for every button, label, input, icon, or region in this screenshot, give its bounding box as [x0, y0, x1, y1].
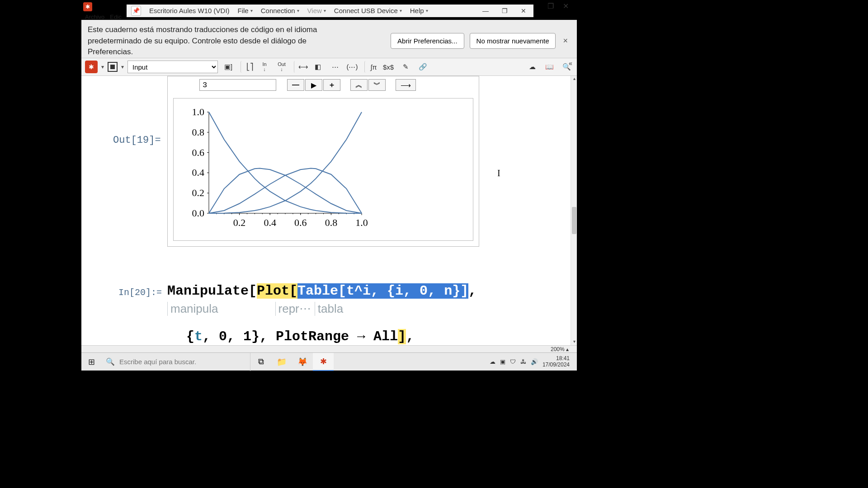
notebook-area: Out[19]= — ▶ ＋ ︽ ︾ ⟶ 0.00.20.40.60.81.00…: [81, 76, 577, 347]
direction-button[interactable]: ⟶: [396, 79, 416, 91]
manipulate-value-input[interactable]: [199, 79, 276, 91]
format-cell-icon[interactable]: ▣]: [222, 61, 235, 73]
vdi-menu-connection[interactable]: Connection▾: [261, 7, 299, 14]
taskbar-search[interactable]: 🔍: [101, 353, 250, 371]
task-view-icon[interactable]: ⧉: [250, 353, 271, 371]
scroll-thumb[interactable]: [572, 207, 576, 234]
text-cursor: I: [497, 168, 500, 178]
vdi-menu-help[interactable]: Help▾: [410, 7, 428, 14]
vdi-menu-file[interactable]: File▾: [238, 7, 253, 14]
file-explorer-icon[interactable]: 📁: [271, 353, 292, 371]
insert-cell-icon[interactable]: ◧: [311, 61, 325, 73]
step-back-button[interactable]: —: [287, 79, 304, 91]
hint-manipula: manipula: [167, 302, 222, 316]
cell-style-select[interactable]: Input: [127, 61, 218, 73]
banner-close-icon[interactable]: ×: [560, 36, 571, 46]
svg-text:1.0: 1.0: [355, 217, 368, 228]
menu-edic[interactable]: Edic: [110, 14, 121, 20]
host-close-icon[interactable]: ✕: [563, 2, 569, 10]
group-cells-icon[interactable]: ⎣⎤: [241, 61, 254, 73]
step-forward-button[interactable]: ＋: [323, 79, 340, 91]
vdi-minimize-icon[interactable]: —: [480, 6, 491, 15]
code-line-2[interactable]: {t, 0, 1}, PlotRange → All],: [186, 329, 414, 344]
svg-text:0.8: 0.8: [192, 127, 205, 138]
notebook-toolbar: ✱ ▾ ▾ Input ▣] ⎣⎤ In↓ Out↓ ⟷ ◧ ⋯ (⋯) ∫π …: [81, 58, 577, 76]
evaluate-button[interactable]: ✱: [85, 61, 98, 73]
abort-dropdown-icon[interactable]: ▾: [121, 64, 124, 70]
collapse-toolbar-icon[interactable]: «: [569, 60, 572, 67]
start-button[interactable]: ⊞: [81, 353, 101, 371]
host-restore-icon[interactable]: ❐: [547, 2, 554, 10]
pin-icon[interactable]: 📌: [131, 6, 141, 16]
menu-archivo[interactable]: Archivo: [85, 14, 104, 20]
mathematica-taskbar-icon[interactable]: ✱: [313, 353, 334, 371]
security-tray-icon[interactable]: 🛡: [510, 358, 516, 365]
cloud-icon[interactable]: ☁: [525, 61, 539, 73]
code-assist-hints: manipula repr⋯ tabla: [167, 302, 347, 316]
vdi-menu-usb[interactable]: Connect USB Device▾: [334, 7, 402, 14]
svg-text:0.0: 0.0: [192, 207, 205, 219]
onedrive-icon[interactable]: ☁: [490, 358, 495, 365]
scroll-down-icon[interactable]: ▾: [571, 339, 577, 345]
vdi-maximize-icon[interactable]: ❐: [499, 6, 510, 15]
svg-text:0.4: 0.4: [192, 167, 205, 178]
svg-text:0.6: 0.6: [192, 147, 205, 158]
scroll-up-icon[interactable]: ▴: [571, 76, 577, 82]
search-icon: 🔍: [106, 357, 115, 366]
play-button[interactable]: ▶: [305, 79, 322, 91]
translation-banner: Este cuaderno está mostrando traduccione…: [81, 20, 577, 63]
vdi-close-icon[interactable]: ✕: [518, 6, 529, 15]
faster-button[interactable]: ︽: [350, 79, 368, 91]
vdi-toolbar: 📌 Escritorio Aules W10 (VDI) File▾ Conne…: [127, 5, 533, 17]
iconize-icon[interactable]: (⋯): [345, 61, 359, 73]
tex-icon[interactable]: $x$: [382, 61, 395, 73]
convert-in-icon[interactable]: In↓: [258, 61, 271, 73]
notebook-title: Sin título-1: [94, 4, 127, 10]
svg-text:0.2: 0.2: [192, 187, 205, 198]
svg-text:0.6: 0.6: [294, 217, 307, 228]
manipulate-panel: — ▶ ＋ ︽ ︾ ⟶ 0.00.20.40.60.81.00.20.40.60…: [167, 76, 479, 247]
abort-button[interactable]: [108, 62, 118, 72]
slower-button[interactable]: ︾: [368, 79, 386, 91]
vdi-menu-view[interactable]: View▾: [307, 7, 326, 14]
comment-icon[interactable]: ⋯: [328, 61, 342, 73]
open-preferences-button[interactable]: Abrir Preferencias...: [391, 33, 464, 49]
in-label: In[20]:=: [118, 287, 162, 298]
host-window-controls: ❐ ✕: [530, 2, 569, 10]
dismiss-banner-button[interactable]: No mostrar nuevamente: [470, 33, 556, 49]
drawing-tools-icon[interactable]: ✎: [399, 61, 412, 73]
evaluate-dropdown-icon[interactable]: ▾: [101, 64, 104, 70]
convert-out-icon[interactable]: Out↓: [275, 61, 288, 73]
documentation-icon[interactable]: 📖: [542, 61, 556, 73]
network-icon[interactable]: 🖧: [520, 358, 526, 365]
system-tray: ☁ ▣ 🛡 🖧 🔊 18:41 17/09/2024: [485, 356, 577, 368]
taskbar-clock[interactable]: 18:41 17/09/2024: [542, 356, 572, 368]
vertical-scrollbar[interactable]: ▴ ▾: [571, 76, 577, 345]
svg-text:0.8: 0.8: [325, 217, 338, 228]
text-cursor-icon[interactable]: ⟷: [294, 61, 307, 73]
taskbar-search-input[interactable]: [119, 358, 237, 366]
vdi-desktop-label: Escritorio Aules W10 (VDI): [149, 7, 230, 14]
math-form-icon[interactable]: ∫π: [364, 61, 378, 73]
wolfram-icon: ✱: [83, 2, 92, 11]
hint-repr: repr⋯: [275, 302, 315, 316]
svg-text:1.0: 1.0: [192, 106, 205, 117]
app-titlebar: ✱ Sin título-1: [81, 0, 127, 14]
hint-tabla: tabla: [315, 302, 347, 316]
svg-text:0.4: 0.4: [264, 217, 276, 228]
banner-message: Este cuaderno está mostrando traduccione…: [88, 24, 341, 58]
plot-output: 0.00.20.40.60.81.00.20.40.60.81.0: [173, 98, 473, 241]
vmware-tray-icon[interactable]: ▣: [500, 358, 505, 365]
out-label: Out[19]=: [113, 135, 161, 146]
hyperlink-icon[interactable]: 🔗: [416, 61, 429, 73]
volume-icon[interactable]: 🔊: [531, 358, 538, 365]
firefox-icon[interactable]: 🦊: [292, 353, 313, 371]
svg-text:0.2: 0.2: [233, 217, 246, 228]
code-line-1[interactable]: Manipulate[Plot[Table[t^i, {i, 0, n}],: [167, 282, 476, 300]
windows-taskbar: ⊞ 🔍 ⧉ 📁 🦊 ✱ ☁ ▣ 🛡 🖧 🔊 18:41 17/09/2024: [81, 352, 577, 371]
